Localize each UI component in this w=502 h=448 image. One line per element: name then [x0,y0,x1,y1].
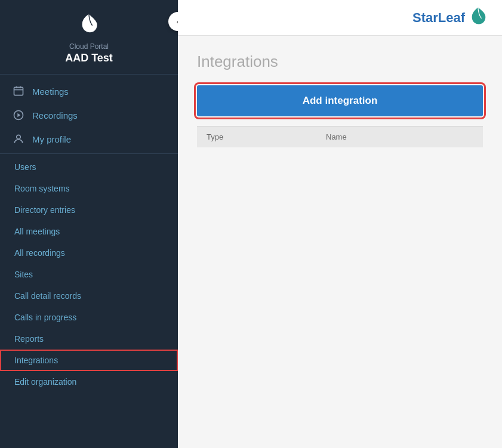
sidebar-item-all-meetings-label: All meetings [14,227,60,236]
table-col-name: Name [326,132,473,141]
sidebar-item-my-profile-label: My profile [32,134,71,144]
sidebar-item-room-systems-label: Room systems [14,184,70,193]
sidebar: Cloud Portal AAD Test Meetings Recording… [0,0,178,448]
table-header: Type Name [197,126,483,147]
starleaf-logo-icon [78,12,100,39]
sidebar-item-room-systems[interactable]: Room systems [0,178,178,199]
svg-rect-0 [14,87,23,95]
sidebar-item-recordings-label: Recordings [32,110,78,121]
sidebar-item-directory-entries-label: Directory entries [14,205,75,215]
sidebar-item-calls-in-progress-label: Calls in progress [14,313,76,322]
svg-point-6 [17,135,21,139]
sidebar-item-recordings[interactable]: Recordings [0,103,178,127]
main-content: StarLeaf Integrations Add integration Ty… [178,0,502,448]
brand-leaf-icon [469,6,488,29]
sidebar-item-directory-entries[interactable]: Directory entries [0,199,178,221]
sidebar-item-all-recordings-label: All recordings [14,248,65,258]
collapse-icon: ‹ [177,17,178,26]
brand-name: StarLeaf [412,10,465,26]
svg-marker-5 [17,113,20,118]
topbar: StarLeaf [178,0,502,36]
recordings-icon [12,109,25,121]
sidebar-item-edit-organization-label: Edit organization [14,377,76,387]
sidebar-item-users-label: Users [14,162,36,172]
brand-logo: StarLeaf [412,6,488,29]
sidebar-item-meetings[interactable]: Meetings [0,79,178,103]
sidebar-item-all-recordings[interactable]: All recordings [0,242,178,264]
sidebar-item-users[interactable]: Users [0,156,178,178]
sidebar-item-call-detail-records-label: Call detail records [14,291,81,301]
add-integration-button[interactable]: Add integration [197,85,483,116]
nav-divider-1 [0,153,178,154]
sidebar-item-call-detail-records[interactable]: Call detail records [0,285,178,307]
content-area: Integrations Add integration Type Name [178,36,502,448]
sidebar-header: Cloud Portal AAD Test [0,0,178,75]
sidebar-item-integrations[interactable]: Integrations [0,350,178,371]
sidebar-item-all-meetings[interactable]: All meetings [0,221,178,242]
nav-section: Meetings Recordings My profile Users Roo… [0,75,178,397]
table-col-type: Type [207,132,326,141]
sidebar-item-edit-organization[interactable]: Edit organization [0,371,178,393]
sidebar-item-my-profile[interactable]: My profile [0,127,178,151]
sidebar-item-sites-label: Sites [14,270,33,279]
cloud-portal-label: Cloud Portal [69,42,109,51]
sidebar-item-reports[interactable]: Reports [0,328,178,350]
sidebar-item-sites[interactable]: Sites [0,264,178,285]
sidebar-item-integrations-label: Integrations [14,356,58,365]
org-name: AAD Test [65,52,113,64]
page-title: Integrations [197,52,483,71]
meetings-icon [12,85,25,97]
sidebar-item-meetings-label: Meetings [32,86,69,97]
sidebar-item-calls-in-progress[interactable]: Calls in progress [0,307,178,328]
my-profile-icon [12,133,25,145]
sidebar-item-reports-label: Reports [14,334,44,344]
